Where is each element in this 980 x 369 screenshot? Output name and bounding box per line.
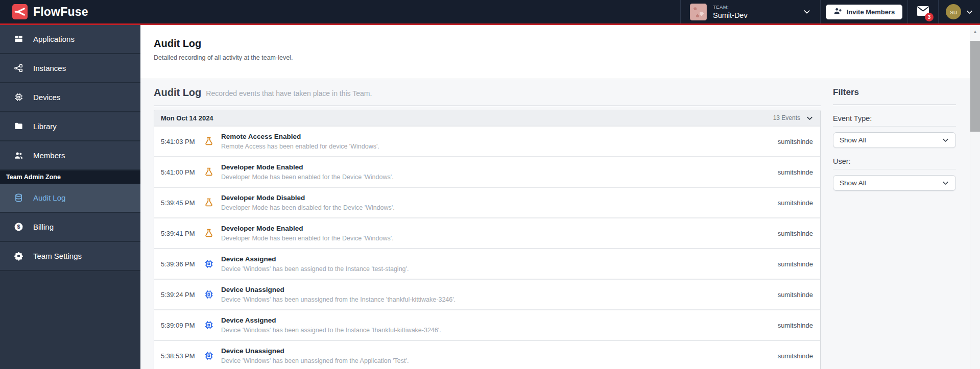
event-row: 5:39:36 PM Device Assigned Device 'Windo…	[154, 248, 820, 279]
main-area: Audit Log Detailed recording of all acti…	[140, 25, 980, 369]
sidebar-item-label: Members	[33, 151, 65, 160]
page-header: Audit Log Detailed recording of all acti…	[140, 25, 980, 79]
brand-name: FlowFuse	[33, 5, 88, 19]
filters-panel: Filters Event Type: Show All User: Show …	[833, 86, 956, 369]
library-icon	[14, 121, 23, 131]
sidebar-admin-nav: Audit Log $ Billing Team Settings	[0, 184, 140, 271]
event-row: 5:41:00 PM Developer Mode Enabled Develo…	[154, 156, 820, 187]
sidebar-section-team-admin-zone: Team Admin Zone	[0, 170, 140, 184]
event-time: 5:39:41 PM	[161, 230, 204, 237]
sidebar-item-label: Billing	[33, 223, 54, 231]
event-row: 5:39:09 PM Device Assigned Device 'Windo…	[154, 309, 820, 340]
event-description: Developer Mode has been disabled for the…	[221, 204, 395, 211]
team-settings-icon	[14, 251, 23, 261]
sidebar-item[interactable]: Audit Log	[0, 184, 140, 213]
event-title: Developer Mode Disabled	[221, 194, 395, 202]
user-plus-icon	[833, 7, 842, 17]
chip-icon	[204, 351, 214, 361]
event-row: 5:39:24 PM Device Unassigned Device 'Win…	[154, 279, 820, 309]
sidebar-item[interactable]: $ Billing	[0, 213, 140, 242]
event-description: Device 'Windows' has been unassigned fro…	[221, 357, 409, 364]
sidebar-item-label: Devices	[33, 93, 60, 102]
event-type-select-value: Show All	[840, 136, 866, 144]
event-user: sumitshinde	[778, 291, 813, 299]
event-description: Device 'Windows' has been unassigned fro…	[221, 296, 456, 303]
chevron-down-icon	[803, 8, 811, 16]
flask-icon	[204, 136, 214, 146]
event-title: Device Unassigned	[221, 347, 409, 355]
flask-icon	[204, 198, 214, 208]
notifications-button[interactable]: 3	[908, 0, 938, 23]
members-icon	[14, 151, 23, 160]
svg-text:$: $	[17, 224, 20, 230]
team-selector[interactable]: TEAM: Sumit-Dev	[681, 0, 820, 23]
date-group-header[interactable]: Mon Oct 14 2024 13 Events	[154, 110, 820, 126]
flask-icon	[204, 228, 214, 238]
vertical-scrollbar[interactable]: ▲	[970, 25, 980, 369]
event-title: Device Assigned	[221, 255, 409, 263]
event-description: Developer Mode has been enabled for the …	[221, 235, 394, 242]
event-type-select[interactable]: Show All	[833, 132, 956, 148]
chip-icon	[204, 320, 214, 330]
sidebar-item[interactable]: Members	[0, 141, 140, 170]
sidebar-item[interactable]: Instances	[0, 54, 140, 83]
chip-icon	[204, 289, 214, 300]
event-user: sumitshinde	[778, 322, 813, 329]
sidebar: Applications Instances Devices Library M…	[0, 25, 140, 369]
flask-icon	[204, 167, 214, 177]
flowfuse-logo-icon	[12, 4, 28, 19]
event-description: Developer Mode has been enabled for the …	[221, 174, 394, 181]
user-label: User:	[833, 157, 956, 169]
event-time: 5:39:36 PM	[161, 260, 204, 268]
event-user: sumitshinde	[778, 230, 813, 237]
sidebar-item[interactable]: Devices	[0, 83, 140, 112]
event-time: 5:39:45 PM	[161, 199, 204, 207]
section-subtitle: Recorded events that have taken place in…	[206, 87, 372, 100]
audit-log-column: Audit Log Recorded events that have take…	[154, 86, 821, 369]
date-group-label: Mon Oct 14 2024	[161, 114, 213, 122]
user-select[interactable]: Show All	[833, 175, 956, 191]
scrollbar-thumb[interactable]	[970, 41, 980, 132]
page-title: Audit Log	[154, 38, 967, 50]
user-menu[interactable]: su	[939, 0, 980, 23]
event-time: 5:38:53 PM	[161, 352, 204, 360]
event-time: 5:39:24 PM	[161, 291, 204, 299]
filters-title: Filters	[833, 86, 956, 99]
chevron-down-icon	[942, 136, 949, 144]
sidebar-item-label: Team Settings	[33, 252, 82, 260]
event-type-label: Event Type:	[833, 114, 956, 127]
app-window: FlowFuse TEAM: Sumit-Dev	[0, 0, 980, 369]
team-avatar	[690, 4, 707, 20]
event-description: Device 'Windows' has been assigned to th…	[221, 265, 409, 273]
event-description: Remote Access has been enabled for devic…	[221, 143, 379, 150]
chevron-down-icon	[966, 8, 973, 16]
invite-members-button[interactable]: Invite Members	[826, 5, 903, 19]
event-row: 5:38:53 PM Device Unassigned Device 'Win…	[154, 340, 820, 369]
page-subtitle: Detailed recording of all activity at th…	[154, 54, 967, 61]
event-user: sumitshinde	[778, 260, 813, 268]
sidebar-nav: Applications Instances Devices Library M…	[0, 25, 140, 170]
instances-icon	[14, 63, 23, 73]
event-user: sumitshinde	[778, 168, 813, 176]
event-row: 5:41:03 PM Remote Access Enabled Remote …	[154, 126, 820, 156]
sidebar-item[interactable]: Applications	[0, 25, 140, 54]
billing-icon: $	[14, 222, 23, 232]
event-title: Remote Access Enabled	[221, 133, 379, 141]
team-name: Sumit-Dev	[713, 12, 748, 19]
brand-logo[interactable]: FlowFuse	[0, 4, 88, 19]
section-title: Audit Log	[154, 86, 201, 99]
event-row: 5:39:41 PM Developer Mode Enabled Develo…	[154, 217, 820, 248]
events-count: 13 Events	[773, 114, 800, 121]
audit-log-icon	[14, 193, 23, 203]
event-user: sumitshinde	[778, 138, 813, 145]
devices-icon	[14, 92, 23, 102]
scrollbar-up-arrow[interactable]: ▲	[970, 25, 980, 38]
chip-icon	[204, 259, 214, 269]
sidebar-item-label: Applications	[33, 35, 75, 43]
filters-divider	[833, 105, 956, 105]
user-select-value: Show All	[840, 179, 866, 187]
event-time: 5:41:03 PM	[161, 138, 204, 145]
sidebar-item[interactable]: Library	[0, 112, 140, 141]
sidebar-item-label: Library	[33, 122, 57, 131]
sidebar-item[interactable]: Team Settings	[0, 242, 140, 271]
